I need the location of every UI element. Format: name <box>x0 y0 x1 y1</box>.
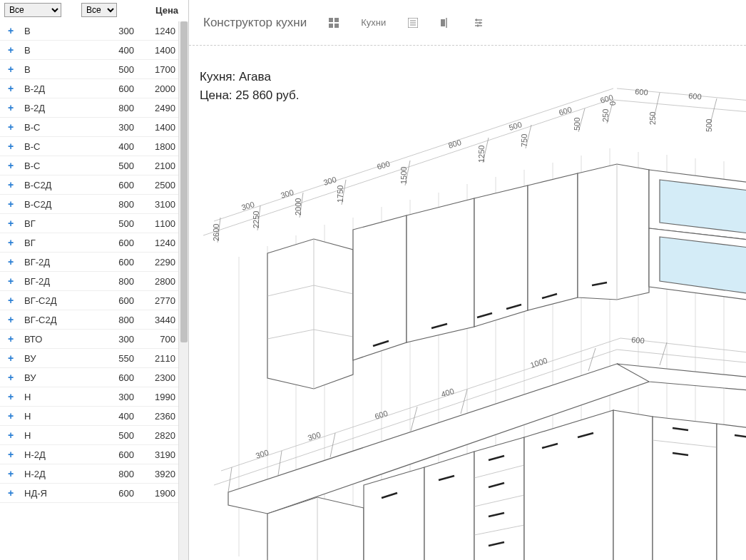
add-icon[interactable]: + <box>4 295 17 305</box>
add-icon[interactable]: + <box>4 430 17 440</box>
parts-list: +В3001240+В4001400+В5001700+В-2Д6002000+… <box>0 21 188 560</box>
list-item[interactable]: +В-С3001400 <box>0 118 188 137</box>
item-price: 1400 <box>147 45 175 56</box>
add-icon[interactable]: + <box>4 45 17 55</box>
item-price: 1800 <box>147 141 175 152</box>
list-item[interactable]: +ВУ5502110 <box>0 349 188 368</box>
svg-text:600: 600 <box>374 409 389 421</box>
item-size: 600 <box>106 83 134 94</box>
item-size: 600 <box>106 238 134 248</box>
scrollbar-thumb[interactable] <box>180 21 188 342</box>
align-icon[interactable] <box>440 17 451 29</box>
list-item[interactable]: +В3001240 <box>0 21 188 41</box>
item-price: 700 <box>147 334 175 345</box>
list-item[interactable]: +В-С2Д6002500 <box>0 175 188 195</box>
item-name: В-С <box>24 122 106 133</box>
list-item[interactable]: +Н5002820 <box>0 426 188 445</box>
list-item[interactable]: +В-С2Д8003100 <box>0 195 188 214</box>
add-icon[interactable]: + <box>4 353 17 363</box>
add-icon[interactable]: + <box>4 257 17 267</box>
svg-text:600: 600 <box>688 91 702 101</box>
svg-text:250: 250 <box>648 112 657 125</box>
list-item[interactable]: +В-С4001800 <box>0 137 188 156</box>
item-name: ВГ <box>24 218 106 229</box>
settings-icon[interactable] <box>473 17 484 29</box>
list-item[interactable]: +ВТО300700 <box>0 330 188 349</box>
list-item[interactable]: +НД-Я6001900 <box>0 484 188 503</box>
list-item[interactable]: +ВГ-С2Д6002770 <box>0 291 188 310</box>
item-price: 2490 <box>147 103 175 113</box>
item-size: 300 <box>106 392 134 402</box>
list-item[interactable]: +В-2Д8002490 <box>0 98 188 118</box>
add-icon[interactable]: + <box>4 161 17 170</box>
item-price: 1700 <box>147 64 175 75</box>
item-size: 500 <box>106 64 134 75</box>
list-item[interactable]: +ВГ6001240 <box>0 233 188 253</box>
add-icon[interactable]: + <box>4 238 17 248</box>
item-price: 2770 <box>147 295 175 306</box>
add-icon[interactable]: + <box>4 488 17 498</box>
add-icon[interactable]: + <box>4 392 17 402</box>
svg-text:500: 500 <box>573 118 581 131</box>
svg-rect-15 <box>477 24 479 26</box>
add-icon[interactable]: + <box>4 334 17 344</box>
list-icon[interactable] <box>407 17 419 29</box>
add-icon[interactable]: + <box>4 180 17 190</box>
add-icon[interactable]: + <box>4 372 17 382</box>
svg-text:300: 300 <box>322 175 337 187</box>
list-item[interactable]: +Н-2Д6003190 <box>0 445 188 464</box>
kitchens-link[interactable]: Кухни <box>361 17 386 28</box>
svg-text:300: 300 <box>307 430 322 442</box>
add-icon[interactable]: + <box>4 199 17 209</box>
app-title: Конструктор кухни <box>203 16 307 30</box>
add-icon[interactable]: + <box>4 103 17 113</box>
drawing-canvas[interactable]: 300 300 300 600 800 500 600 600 2600 225… <box>189 57 746 560</box>
item-name: В-С2Д <box>24 180 106 190</box>
add-icon[interactable]: + <box>4 141 17 151</box>
list-item[interactable]: +В-С5002100 <box>0 156 188 175</box>
add-icon[interactable]: + <box>4 26 17 36</box>
item-size: 800 <box>106 315 134 325</box>
item-price: 2300 <box>147 372 175 383</box>
item-price: 3440 <box>147 315 175 325</box>
svg-text:600: 600 <box>635 87 648 97</box>
add-icon[interactable]: + <box>4 83 17 93</box>
item-size: 300 <box>106 26 134 36</box>
price-header: Цена <box>155 5 184 16</box>
list-item[interactable]: +ВУ6002300 <box>0 368 188 387</box>
list-item[interactable]: +В4001400 <box>0 41 188 60</box>
item-price: 2800 <box>147 276 175 287</box>
item-name: ВГ-2Д <box>24 257 106 268</box>
add-icon[interactable]: + <box>4 276 17 286</box>
filter-select-2[interactable]: Все <box>81 3 117 17</box>
list-item[interactable]: +Н-2Д8003920 <box>0 464 188 484</box>
item-size: 800 <box>106 469 134 479</box>
item-price: 2100 <box>147 161 175 171</box>
list-item[interactable]: +В-2Д6002000 <box>0 79 188 98</box>
list-item[interactable]: +ВГ-2Д6002290 <box>0 253 188 272</box>
list-item[interactable]: +Н4002360 <box>0 407 188 426</box>
svg-line-100 <box>278 451 282 475</box>
list-item[interactable]: +Н3001990 <box>0 387 188 407</box>
list-item[interactable]: +В5001700 <box>0 60 188 79</box>
list-item[interactable]: +ВГ5001100 <box>0 214 188 233</box>
add-icon[interactable]: + <box>4 315 17 325</box>
svg-rect-0 <box>329 18 333 22</box>
svg-text:0: 0 <box>608 101 617 106</box>
add-icon[interactable]: + <box>4 449 17 459</box>
item-name: В <box>24 26 106 36</box>
svg-line-101 <box>330 433 335 457</box>
svg-text:600: 600 <box>558 105 573 117</box>
add-icon[interactable]: + <box>4 64 17 74</box>
list-item[interactable]: +ВГ-С2Д8003440 <box>0 310 188 330</box>
add-icon[interactable]: + <box>4 411 17 421</box>
list-item[interactable]: +ВГ-2Д8002800 <box>0 272 188 291</box>
item-name: В <box>24 45 106 56</box>
add-icon[interactable]: + <box>4 469 17 479</box>
grid-icon[interactable] <box>328 17 339 29</box>
item-price: 2000 <box>147 83 175 94</box>
add-icon[interactable]: + <box>4 218 17 228</box>
scrollbar[interactable] <box>178 21 188 560</box>
filter-select-1[interactable]: Все <box>4 3 61 17</box>
add-icon[interactable]: + <box>4 122 17 132</box>
